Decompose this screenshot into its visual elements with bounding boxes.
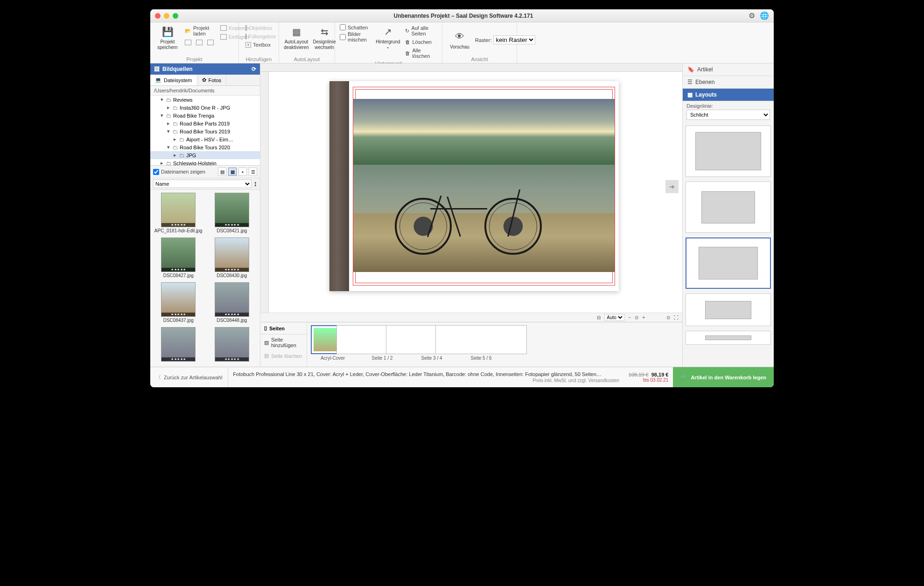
layout-option-5[interactable] bbox=[686, 331, 771, 345]
eye-icon: 👁 bbox=[453, 30, 466, 43]
background-button[interactable]: ↗Hintergrund▾ bbox=[375, 24, 400, 51]
layout-tab-icon: ▦ bbox=[687, 91, 693, 98]
fuellungsbox-button: Füllungsbox bbox=[244, 33, 274, 40]
titlebar: Unbenanntes Projekt – Saal Design Softwa… bbox=[150, 9, 774, 22]
textbox-button[interactable]: TTextbox bbox=[244, 41, 274, 49]
designline-label: Designlinie: bbox=[683, 101, 774, 109]
mini-btn-row[interactable] bbox=[183, 39, 216, 46]
add-to-cart-button[interactable]: 🛒Artikel in den Warenkorb legen bbox=[673, 367, 774, 387]
raster-select[interactable]: kein Raster bbox=[493, 35, 535, 44]
paste-icon bbox=[220, 34, 227, 40]
thumbnail[interactable]: ★★★★★ bbox=[153, 327, 204, 364]
view-small-icon[interactable]: ▪ bbox=[238, 167, 247, 176]
view-details-icon[interactable]: ☰ bbox=[249, 167, 257, 176]
folder-tree[interactable]: ▾🗀Reviews▸🗀Insta360 One R - JPG▾🗀Road Bi… bbox=[150, 96, 260, 166]
window-title: Unbenanntes Projekt – Saal Design Softwa… bbox=[178, 13, 749, 19]
tab-fotos[interactable]: ✿Fotos bbox=[197, 75, 227, 85]
thumbnail[interactable]: ★★★★★DSC08430.jpg bbox=[207, 237, 258, 279]
product-description: Fotobuch Professional Line 30 x 21, Cove… bbox=[228, 369, 623, 385]
thumbnail[interactable]: ★★★★★APC_0181-hdr-Edit.jpg bbox=[153, 193, 204, 235]
trash-all-icon: 🗑 bbox=[405, 50, 410, 56]
tree-node[interactable]: ▸🗀Aiport - HSV - Eim… bbox=[150, 135, 260, 143]
layout-option-2[interactable] bbox=[686, 181, 771, 233]
sort-select[interactable]: Name bbox=[153, 180, 252, 188]
tab-artikel[interactable]: 🔖Artikel bbox=[683, 63, 774, 76]
tree-node[interactable]: ▾🗀Road Bike Tours 2020 bbox=[150, 143, 260, 151]
tree-node[interactable]: ▾🗀Reviews bbox=[150, 96, 260, 104]
ribbon: 💾 Projekt speichern 📂Projekt laden Kopie… bbox=[150, 22, 774, 63]
fill-icon bbox=[245, 34, 246, 39]
layout-option-4[interactable] bbox=[686, 293, 771, 326]
shadow-checkbox[interactable]: Schatten bbox=[340, 24, 372, 30]
filmstrip-page[interactable]: Seite 5 / 6 bbox=[458, 325, 504, 364]
objektbox-button: Objektbox bbox=[244, 24, 274, 32]
ruler-vertical bbox=[260, 72, 269, 313]
zoom-actual-icon[interactable]: ⊙ bbox=[666, 315, 670, 320]
maximize-icon[interactable] bbox=[173, 13, 178, 19]
thumbnail[interactable]: ★★★★★ bbox=[207, 327, 258, 364]
right-panel: 🔖Artikel ☰Ebenen ▦Layouts Designlinie: S… bbox=[682, 63, 774, 367]
tree-node[interactable]: ▸🗀Insta360 One R - JPG bbox=[150, 104, 260, 112]
thumbnail[interactable]: ★★★★★DSC08448.jpg bbox=[207, 282, 258, 324]
back-to-articles-button[interactable]: 〈Zurück zur Artikelauswahl bbox=[150, 367, 228, 387]
tree-node[interactable]: ▾🗀Road Bike Tours 2019 bbox=[150, 127, 260, 135]
duplicate-icon bbox=[185, 40, 191, 45]
center-area: ➔ ⊟ Auto − ⊙ + ⊙ ⛶ ▯Seiten ▧Seite hinzuf… bbox=[260, 63, 682, 367]
tab-filesystem[interactable]: 💻Dateisystem bbox=[150, 75, 197, 85]
close-icon[interactable] bbox=[155, 13, 161, 19]
add-page-button[interactable]: ▧Seite hinzufügen bbox=[260, 335, 307, 350]
chevron-left-icon: 〈 bbox=[156, 374, 161, 381]
next-page-arrow[interactable]: ➔ bbox=[665, 180, 679, 193]
save-icon: 💾 bbox=[161, 25, 174, 38]
book-spine bbox=[329, 81, 349, 291]
globe-icon[interactable]: 🌐 bbox=[760, 11, 769, 20]
image-sources-header: 🖼Bildquellen ⟳ bbox=[150, 63, 260, 75]
load-project-button[interactable]: 📂Projekt laden bbox=[183, 24, 216, 37]
designline-switch-button[interactable]: ⇆Designlinie wechseln bbox=[312, 24, 337, 51]
refresh-sources-icon[interactable]: ⟳ bbox=[252, 66, 256, 72]
box-icon bbox=[245, 25, 247, 31]
pages-icon: ▯ bbox=[264, 325, 267, 331]
show-filenames-checkbox[interactable]: Dateinamen zeigen bbox=[153, 169, 216, 175]
apply-all-pages-button[interactable]: ↻Auf alle Seiten bbox=[403, 24, 437, 37]
background-icon: ↗ bbox=[381, 25, 394, 38]
preview-button[interactable]: 👁Vorschau bbox=[447, 29, 472, 51]
designline-select[interactable]: Schlicht bbox=[686, 110, 770, 120]
images-icon: 🖼 bbox=[154, 66, 160, 72]
zoom-out-icon[interactable]: − bbox=[628, 315, 631, 320]
thumbnail[interactable]: ★★★★★DSC08437.jpg bbox=[153, 282, 204, 324]
minimize-icon[interactable] bbox=[164, 13, 169, 19]
delete-all-bg-button[interactable]: 🗑Alle löschen bbox=[403, 47, 437, 60]
settings-icon[interactable]: ⚙ bbox=[749, 11, 755, 20]
group-label-hinzufuegen: Hinzufügen bbox=[244, 56, 274, 62]
blend-checkbox[interactable]: Bilder mischen bbox=[340, 31, 372, 42]
layout-option-1[interactable] bbox=[686, 126, 771, 177]
zoom-controls: ⊟ Auto − ⊙ + ⊙ ⛶ bbox=[260, 313, 682, 322]
layout-option-3[interactable] bbox=[686, 237, 771, 289]
save-project-button[interactable]: 💾 Projekt speichern bbox=[155, 24, 180, 51]
tab-ebenen[interactable]: ☰Ebenen bbox=[683, 76, 774, 89]
thumbnail[interactable]: ★★★★★DSC08427.jpg bbox=[153, 237, 204, 279]
zoom-out-edge-icon[interactable]: ⊟ bbox=[597, 315, 601, 320]
fullscreen-icon[interactable]: ⛶ bbox=[674, 315, 679, 320]
canvas[interactable]: ➔ bbox=[269, 72, 682, 313]
delete-bg-button[interactable]: 🗑Löschen bbox=[403, 38, 437, 46]
tab-layouts[interactable]: ▦Layouts bbox=[683, 89, 774, 101]
zoom-fit-icon[interactable]: ⊙ bbox=[635, 315, 638, 320]
thumbnail[interactable]: ★★★★★DSC08421.jpg bbox=[207, 193, 258, 235]
zoom-in-icon[interactable]: + bbox=[642, 315, 645, 320]
tree-node[interactable]: ▸🗀Road Bike Parts 2019 bbox=[150, 119, 260, 127]
view-list-icon[interactable]: ▤ bbox=[218, 167, 226, 176]
tree-node[interactable]: ▸🗀Schleswig-Holstein bbox=[150, 159, 260, 166]
tree-node[interactable]: ▾🗀Road Bike Trenga bbox=[150, 112, 260, 119]
tree-node[interactable]: ▸🗀JPG bbox=[150, 151, 260, 159]
swap-icon: ⇆ bbox=[318, 25, 331, 38]
folder-icon: 🗀 bbox=[166, 97, 171, 103]
zoom-select[interactable]: Auto bbox=[604, 314, 624, 321]
view-grid-icon[interactable]: ▦ bbox=[228, 167, 237, 176]
page-cover[interactable] bbox=[329, 81, 619, 291]
placed-photo[interactable] bbox=[353, 87, 615, 286]
sort-order-button[interactable]: ↕ bbox=[253, 180, 257, 188]
autolayout-toggle-button[interactable]: ▦AutoLayout deaktivieren bbox=[284, 24, 309, 51]
folder-icon: 🗀 bbox=[173, 121, 178, 126]
